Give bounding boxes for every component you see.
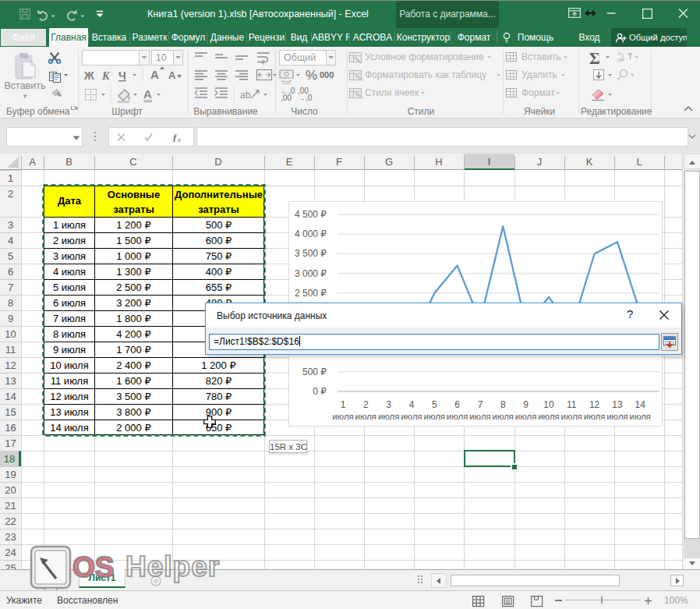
svg-text:10: 10	[543, 399, 554, 410]
svg-text:14: 14	[635, 399, 646, 410]
svg-text:000: 000	[320, 70, 334, 80]
svg-text:A: A	[143, 87, 152, 101]
svg-text:июля: июля	[447, 412, 468, 421]
svg-text:июля: июля	[493, 412, 514, 421]
svg-text:Ж: Ж	[83, 69, 94, 82]
svg-text:12: 12	[589, 399, 600, 410]
svg-text:4 000 ₽: 4 000 ₽	[295, 228, 327, 239]
svg-text:июля: июля	[355, 412, 377, 421]
svg-text:июля: июля	[332, 412, 353, 421]
svg-text:2: 2	[363, 399, 369, 410]
svg-text:500 ₽: 500 ₽	[302, 366, 327, 377]
svg-text:A: A	[168, 69, 176, 81]
svg-text:Я: Я	[617, 57, 622, 64]
svg-text:7: 7	[478, 399, 483, 410]
svg-text:3: 3	[386, 399, 391, 410]
svg-text:OS: OS	[72, 551, 114, 583]
svg-text:8: 8	[500, 399, 506, 410]
svg-text:6: 6	[454, 399, 460, 410]
svg-text:2 500 ₽: 2 500 ₽	[295, 288, 327, 299]
svg-text:1: 1	[341, 399, 346, 410]
svg-text:июля: июля	[538, 412, 559, 421]
svg-text:июля: июля	[561, 412, 582, 421]
svg-text:→,0: →,0	[298, 94, 313, 102]
svg-text:А: А	[617, 50, 622, 57]
svg-text:июля: июля	[584, 412, 605, 421]
svg-text:x: x	[177, 136, 181, 142]
svg-text:%: %	[306, 68, 317, 83]
svg-text:4: 4	[409, 399, 415, 410]
svg-text:ab: ab	[240, 90, 251, 101]
svg-text:A: A	[150, 68, 159, 81]
svg-text:Ч: Ч	[118, 69, 126, 82]
svg-text:Общий: Общий	[284, 52, 316, 63]
svg-text:Helper: Helper	[126, 551, 220, 582]
svg-text:f: f	[173, 133, 177, 142]
svg-text:11: 11	[567, 399, 577, 410]
svg-text:4 500 ₽: 4 500 ₽	[295, 209, 327, 220]
svg-text:июля: июля	[630, 412, 651, 421]
svg-text:,00: ,00	[281, 94, 292, 102]
svg-text:июля: июля	[378, 412, 399, 421]
svg-text:июля: июля	[515, 412, 536, 421]
svg-text:июля: июля	[469, 412, 490, 421]
svg-text:3 500 ₽: 3 500 ₽	[295, 248, 327, 259]
svg-text:июля: июля	[424, 412, 445, 421]
svg-text:3 000 ₽: 3 000 ₽	[295, 268, 327, 279]
svg-text:13: 13	[612, 399, 623, 410]
svg-text:Σ: Σ	[589, 49, 600, 68]
svg-text:10: 10	[156, 52, 167, 63]
svg-text:К: К	[101, 70, 111, 82]
svg-text:5: 5	[432, 399, 437, 410]
svg-text:0 ₽: 0 ₽	[313, 386, 327, 397]
svg-text:июля: июля	[606, 412, 628, 421]
svg-text:июля: июля	[401, 412, 422, 421]
svg-text:9: 9	[523, 399, 529, 410]
